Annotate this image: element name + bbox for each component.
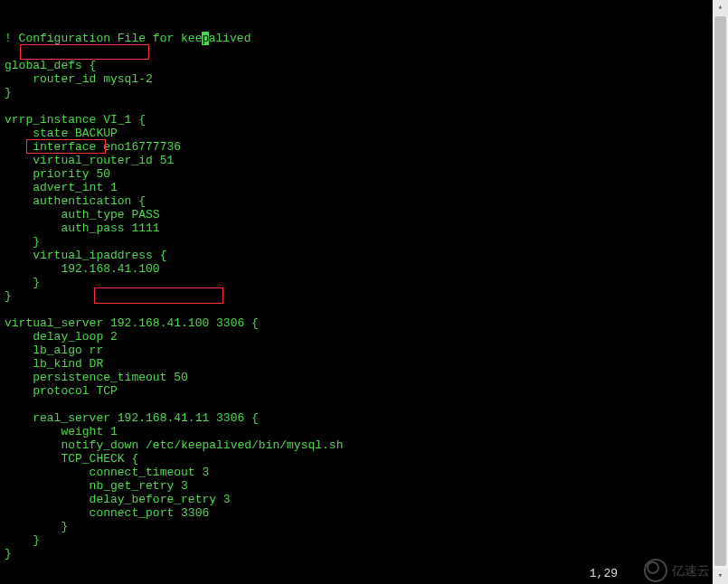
config-line: lb_kind DR (5, 357, 708, 371)
config-line: lb_algo rr (5, 344, 708, 357)
config-line: connect_port 3306 (5, 506, 708, 520)
config-line: virtual_router_id 51 (5, 154, 708, 167)
scrollbar-up-button[interactable]: ▴ (713, 0, 728, 15)
watermark: 亿速云 (644, 559, 710, 582)
config-line: virtual_server 192.168.41.100 3306 { (5, 316, 708, 330)
config-line: ! Configuration File for keepalived (5, 32, 708, 45)
config-line: advert_int 1 (5, 181, 708, 194)
config-line: state BACKUP (5, 127, 708, 140)
config-line: } (5, 547, 708, 560)
config-line: interface eno16777736 (5, 140, 708, 154)
config-line: virtual_ipaddress { (5, 249, 708, 262)
config-line: } (5, 520, 708, 533)
scrollbar-thumb[interactable] (714, 16, 726, 566)
config-line: vrrp_instance VI_1 { (5, 113, 708, 127)
config-line (5, 398, 708, 411)
config-line: persistence_timeout 50 (5, 371, 708, 384)
config-line (5, 99, 708, 113)
config-line: 192.168.41.100 (5, 262, 708, 276)
config-line: global_defs { (5, 59, 708, 72)
watermark-text: 亿速云 (672, 564, 710, 578)
config-line: auth_type PASS (5, 208, 708, 221)
config-line (5, 45, 708, 59)
config-line: weight 1 (5, 425, 708, 438)
text-cursor: p (202, 32, 208, 45)
config-line: nb_get_retry 3 (5, 479, 708, 493)
scrollbar-track[interactable]: ▴ ▾ (713, 0, 728, 584)
watermark-logo-icon (644, 559, 667, 582)
config-line: connect_timeout 3 (5, 466, 708, 479)
config-line: priority 50 (5, 167, 708, 181)
config-line: TCP_CHECK { (5, 452, 708, 466)
config-line: } (5, 289, 708, 303)
config-line: } (5, 276, 708, 289)
config-line: router_id mysql-2 (5, 72, 708, 86)
scrollbar-down-button[interactable]: ▾ (713, 569, 728, 584)
config-line: delay_loop 2 (5, 330, 708, 344)
config-line: notify_down /etc/keepalived/bin/mysql.sh (5, 438, 708, 452)
config-line: real_server 192.168.41.11 3306 { (5, 411, 708, 425)
config-line: } (5, 533, 708, 547)
config-line: } (5, 86, 708, 99)
vim-status-line: 1,29 (0, 567, 713, 580)
config-line (5, 303, 708, 316)
config-line: } (5, 235, 708, 249)
config-line: protocol TCP (5, 384, 708, 398)
config-line: authentication { (5, 194, 708, 208)
cursor-position: 1,29 (590, 567, 618, 580)
config-line: auth_pass 1111 (5, 221, 708, 235)
terminal-editor[interactable]: ! Configuration File for keepalivedgloba… (0, 0, 713, 584)
config-content: ! Configuration File for keepalivedgloba… (5, 32, 708, 560)
config-line: delay_before_retry 3 (5, 493, 708, 506)
